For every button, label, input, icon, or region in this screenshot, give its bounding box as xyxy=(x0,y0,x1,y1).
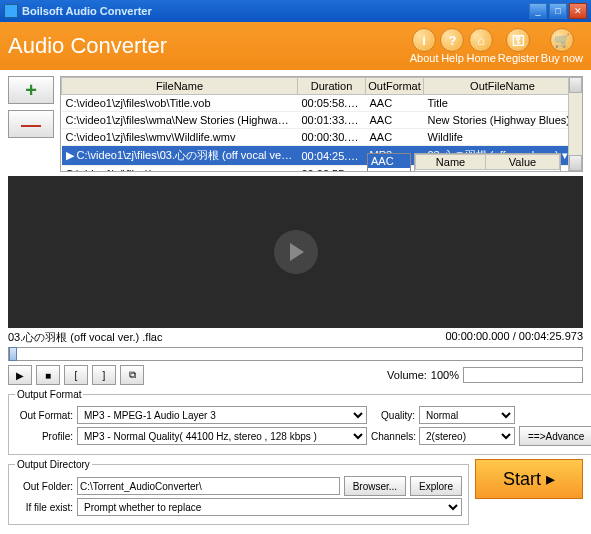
add-file-button[interactable]: + xyxy=(8,76,54,104)
stop-button[interactable]: ■ xyxy=(36,365,60,385)
ifexist-select[interactable]: Prompt whether to replace xyxy=(77,498,462,516)
col-outformat[interactable]: OutFormat xyxy=(366,78,424,95)
col-duration[interactable]: Duration xyxy=(298,78,366,95)
outfolder-input[interactable] xyxy=(77,477,340,495)
header: Audio Converter iAbout?Help⌂Home⚿Registe… xyxy=(0,22,591,70)
output-directory-group: Output Directory Out Folder: Browser... … xyxy=(8,459,469,525)
table-row[interactable]: C:\video1\zj\files\wmv\Wildlife.wmv00:00… xyxy=(62,129,582,146)
table-row[interactable]: C:\video1\zj\files\vob\Title.vob00:05:58… xyxy=(62,95,582,112)
play-overlay-icon[interactable] xyxy=(274,230,318,274)
preview-filename: 03.心の羽根 (off vocal ver.) .flac xyxy=(8,330,162,345)
seek-bar[interactable] xyxy=(8,347,583,361)
header-buy-now-button[interactable]: 🛒Buy now xyxy=(541,28,583,64)
prop-col-name[interactable]: Name xyxy=(416,155,486,170)
window-title: Boilsoft Audio Converter xyxy=(22,5,529,17)
table-row[interactable]: C:\video1\zj\files\wma\New Stories (High… xyxy=(62,112,582,129)
buy now-icon: 🛒 xyxy=(550,28,574,52)
preview-time: 00:00:00.000 / 00:04:25.973 xyxy=(445,330,583,345)
file-table[interactable]: FileName Duration OutFormat OutFileName … xyxy=(60,76,583,172)
seek-thumb[interactable] xyxy=(9,347,17,361)
properties-panel[interactable]: Name Value Audio1Start00:00:00.000End00:… xyxy=(414,153,561,172)
volume-slider[interactable] xyxy=(463,367,583,383)
header-register-button[interactable]: ⚿Register xyxy=(498,28,539,64)
outfolder-label: Out Folder: xyxy=(15,481,73,492)
output-directory-legend: Output Directory xyxy=(15,459,92,470)
profile-label: Profile: xyxy=(15,431,73,442)
col-outfilename[interactable]: OutFileName xyxy=(424,78,582,95)
outformat-select[interactable]: MP3 - MPEG-1 Audio Layer 3 xyxy=(77,406,367,424)
maximize-button[interactable]: □ xyxy=(549,3,567,19)
home-icon: ⌂ xyxy=(469,28,493,52)
channels-select[interactable]: 2(stereo) xyxy=(419,427,515,445)
profile-select[interactable]: MP3 - Normal Quality( 44100 Hz, stereo ,… xyxy=(77,427,367,445)
register-icon: ⚿ xyxy=(506,28,530,52)
mark-in-button[interactable]: [ xyxy=(64,365,88,385)
table-scrollbar[interactable] xyxy=(568,77,582,171)
browse-button[interactable]: Browser... xyxy=(344,476,406,496)
titlebar: Boilsoft Audio Converter _ □ ✕ xyxy=(0,0,591,22)
prop-col-value[interactable]: Value xyxy=(486,155,560,170)
close-button[interactable]: ✕ xyxy=(569,3,587,19)
video-preview[interactable] xyxy=(8,176,583,328)
col-filename[interactable]: FileName xyxy=(62,78,298,95)
quality-label: Quality: xyxy=(371,410,415,421)
start-button[interactable]: Start ▸ xyxy=(475,459,583,499)
header-about-button[interactable]: iAbout xyxy=(410,28,439,64)
format-option[interactable]: AAC xyxy=(368,154,410,168)
volume-label: Volume: xyxy=(387,369,427,381)
format-dropdown-list[interactable]: AACAC3AIFFAPEAUFLACM4AM4RMKAMP2 xyxy=(367,153,411,172)
play-button[interactable]: ▶ xyxy=(8,365,32,385)
output-format-group: Output Format Out Format: MP3 - MPEG-1 A… xyxy=(8,389,591,455)
outformat-label: Out Format: xyxy=(15,410,73,421)
volume-value: 100% xyxy=(431,369,459,381)
ifexist-label: If file exist: xyxy=(15,502,73,513)
mark-out-button[interactable]: ] xyxy=(92,365,116,385)
minimize-button[interactable]: _ xyxy=(529,3,547,19)
advance-button[interactable]: ==>Advance xyxy=(519,426,591,446)
header-home-button[interactable]: ⌂Home xyxy=(466,28,495,64)
help-icon: ? xyxy=(440,28,464,52)
app-icon xyxy=(4,4,18,18)
remove-file-button[interactable]: — xyxy=(8,110,54,138)
about-icon: i xyxy=(412,28,436,52)
app-title: Audio Converter xyxy=(8,33,410,59)
quality-select[interactable]: Normal xyxy=(419,406,515,424)
snapshot-button[interactable]: ⧉ xyxy=(120,365,144,385)
channels-label: Channels: xyxy=(371,431,415,442)
header-help-button[interactable]: ?Help xyxy=(440,28,464,64)
output-format-legend: Output Format xyxy=(15,389,83,400)
explore-button[interactable]: Explore xyxy=(410,476,462,496)
